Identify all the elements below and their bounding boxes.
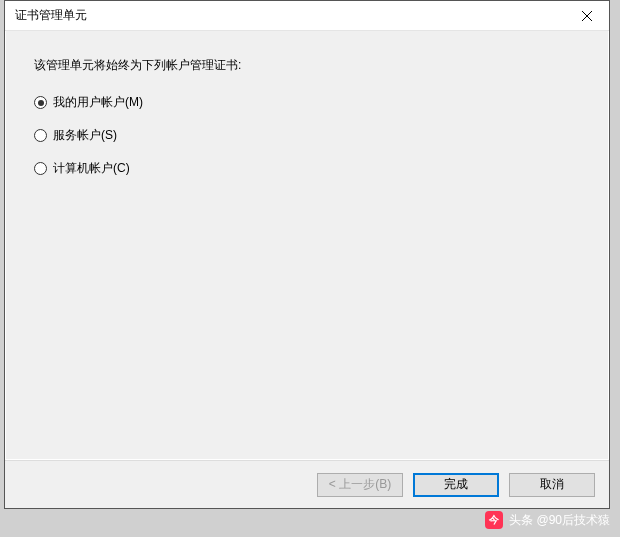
close-button[interactable]: [564, 1, 609, 30]
watermark: 今 头条 @90后技术猿: [485, 511, 610, 529]
back-button: < 上一步(B): [317, 473, 403, 497]
radio-icon: [34, 162, 47, 175]
titlebar: 证书管理单元: [5, 1, 609, 31]
watermark-icon: 今: [485, 511, 503, 529]
certificate-snapin-dialog: 证书管理单元 该管理单元将始终为下列帐户管理证书: 我的用户帐户(M) 服务帐户…: [4, 0, 610, 509]
radio-option-computer[interactable]: 计算机帐户(C): [34, 160, 580, 177]
radio-option-my-user[interactable]: 我的用户帐户(M): [34, 94, 580, 111]
dialog-content: 该管理单元将始终为下列帐户管理证书: 我的用户帐户(M) 服务帐户(S) 计算机…: [5, 31, 609, 460]
account-radio-group: 我的用户帐户(M) 服务帐户(S) 计算机帐户(C): [34, 94, 580, 177]
button-bar: < 上一步(B) 完成 取消: [5, 460, 609, 508]
close-icon: [582, 11, 592, 21]
finish-button[interactable]: 完成: [413, 473, 499, 497]
cancel-button[interactable]: 取消: [509, 473, 595, 497]
radio-option-service[interactable]: 服务帐户(S): [34, 127, 580, 144]
radio-icon: [34, 96, 47, 109]
watermark-text: 头条 @90后技术猿: [509, 512, 610, 529]
radio-label: 我的用户帐户(M): [53, 94, 143, 111]
prompt-text: 该管理单元将始终为下列帐户管理证书:: [34, 57, 580, 74]
radio-label: 计算机帐户(C): [53, 160, 130, 177]
dialog-title: 证书管理单元: [15, 7, 87, 24]
radio-icon: [34, 129, 47, 142]
radio-label: 服务帐户(S): [53, 127, 117, 144]
